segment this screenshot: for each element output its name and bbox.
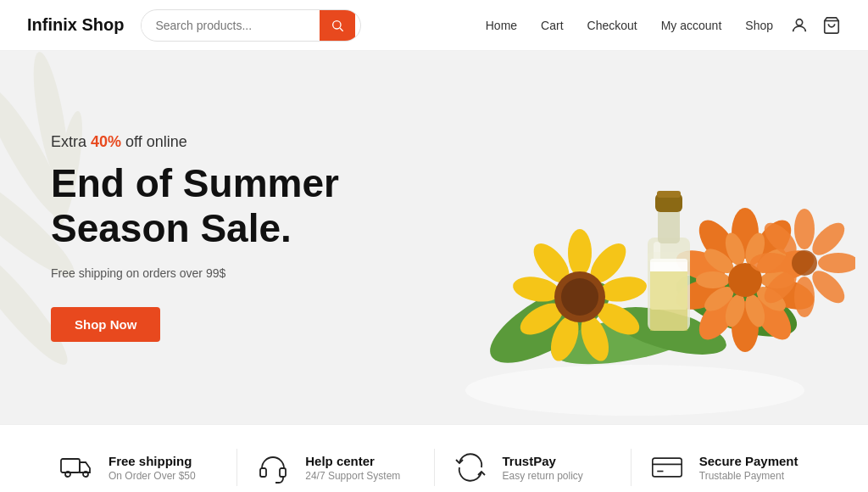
hero-title-line1: End of Summer bbox=[51, 161, 339, 205]
feature-trustpay-title: TrustPay bbox=[503, 454, 583, 468]
cart-icon[interactable] bbox=[822, 16, 841, 35]
nav-icons bbox=[790, 16, 841, 35]
search-form[interactable] bbox=[141, 9, 361, 42]
hero-discount: 40% bbox=[91, 133, 121, 150]
feature-free-shipping-title: Free shipping bbox=[108, 454, 196, 468]
search-input[interactable] bbox=[142, 19, 320, 32]
features-bar: Free shipping On Order Over $50 Help cen… bbox=[0, 424, 868, 492]
hero-title-line2: Season Sale. bbox=[51, 206, 292, 250]
svg-rect-67 bbox=[280, 468, 286, 477]
svg-point-0 bbox=[333, 20, 341, 28]
logo: Infinix Shop bbox=[27, 15, 124, 35]
nav-cart[interactable]: Cart bbox=[541, 19, 563, 32]
refresh-icon-wrapper bbox=[452, 449, 489, 486]
nav-myaccount[interactable]: My account bbox=[661, 19, 722, 32]
feature-free-shipping-desc: On Order Over $50 bbox=[108, 470, 196, 482]
hero-subtitle: Extra 40% off online bbox=[51, 133, 868, 151]
search-button[interactable] bbox=[320, 9, 355, 42]
refresh-icon bbox=[454, 451, 487, 484]
feature-secure-payment-title: Secure Payment bbox=[699, 454, 798, 468]
feature-trustpay-text: TrustPay Easy return policy bbox=[503, 454, 583, 482]
svg-rect-63 bbox=[61, 459, 80, 472]
credit-card-icon-wrapper bbox=[648, 449, 686, 486]
svg-rect-66 bbox=[260, 468, 266, 477]
nav-shop[interactable]: Shop bbox=[745, 19, 773, 32]
feature-secure-payment-desc: Trustable Payment bbox=[699, 470, 798, 482]
hero-shipping-text: Free shipping on orders over 99$ bbox=[51, 266, 868, 280]
svg-line-1 bbox=[340, 28, 343, 31]
feature-free-shipping-text: Free shipping On Order Over $50 bbox=[108, 454, 196, 482]
feature-help-center-text: Help center 24/7 Support System bbox=[305, 454, 400, 482]
header: Infinix Shop Home Cart Checkout My accou… bbox=[0, 0, 868, 51]
feature-help-center: Help center 24/7 Support System bbox=[237, 449, 434, 486]
feature-trustpay-desc: Easy return policy bbox=[503, 470, 583, 482]
truck-icon-wrapper bbox=[58, 449, 95, 486]
feature-free-shipping: Free shipping On Order Over $50 bbox=[41, 449, 237, 486]
hero-title: End of Summer Season Sale. bbox=[51, 161, 868, 251]
main-nav: Home Cart Checkout My account Shop bbox=[486, 19, 773, 32]
feature-trustpay: TrustPay Easy return policy bbox=[435, 449, 632, 486]
headphones-icon-wrapper bbox=[254, 449, 292, 486]
hero-subtitle-prefix: Extra bbox=[51, 133, 91, 150]
feature-help-center-title: Help center bbox=[305, 454, 400, 468]
svg-point-2 bbox=[796, 19, 802, 25]
nav-home[interactable]: Home bbox=[486, 19, 517, 32]
feature-help-center-desc: 24/7 Support System bbox=[305, 470, 400, 482]
search-icon bbox=[331, 19, 344, 32]
svg-rect-68 bbox=[653, 458, 682, 477]
truck-icon bbox=[60, 451, 92, 484]
nav-checkout[interactable]: Checkout bbox=[587, 19, 637, 32]
headphones-icon bbox=[257, 451, 289, 484]
svg-point-9 bbox=[465, 365, 804, 416]
feature-secure-payment: Secure Payment Trustable Payment bbox=[632, 449, 827, 486]
user-icon[interactable] bbox=[790, 16, 809, 35]
hero-content: Extra 40% off online End of Summer Seaso… bbox=[0, 133, 868, 342]
hero-section: Extra 40% off online End of Summer Seaso… bbox=[0, 51, 868, 424]
feature-secure-payment-text: Secure Payment Trustable Payment bbox=[699, 454, 798, 482]
credit-card-icon bbox=[651, 451, 683, 484]
shop-now-button[interactable]: Shop Now bbox=[51, 307, 160, 342]
hero-subtitle-suffix: off online bbox=[121, 133, 187, 150]
